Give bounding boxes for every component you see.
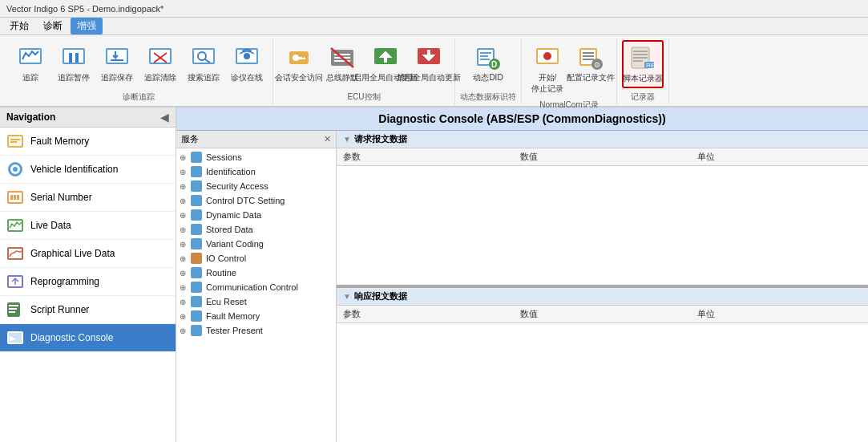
svg-point-64 bbox=[13, 167, 18, 172]
fault-memory-label: Fault Memory bbox=[30, 136, 89, 147]
recorder-buttons: REC 脚本记录器 bbox=[622, 40, 664, 88]
expand-routine: ⊕ bbox=[180, 269, 189, 278]
svg-rect-31 bbox=[384, 58, 387, 63]
request-panel-header: ▼ 请求报文数据 bbox=[337, 131, 868, 148]
tree-item-communication-control[interactable]: ⊕ Communication Control bbox=[176, 280, 336, 294]
toolbar-group-trace: 追踪 追踪暂停 追踪保存 追踪清除 bbox=[5, 39, 273, 104]
expand-io-control: ⊕ bbox=[180, 254, 189, 263]
svg-rect-46 bbox=[583, 52, 594, 54]
svg-rect-68 bbox=[14, 195, 16, 200]
content-body: 服务 ✕ ⊕ Sessions ⊕ Identification bbox=[176, 131, 868, 442]
request-col-unit: 单位 bbox=[691, 148, 868, 166]
variant-coding-icon bbox=[191, 238, 202, 249]
response-panel-header: ▼ 响应报文数据 bbox=[337, 288, 868, 306]
sidebar-item-fault-memory[interactable]: Fault Memory bbox=[0, 128, 176, 156]
toolbar-btn-dynamic-did[interactable]: D 动态DID bbox=[467, 40, 509, 87]
identification-icon bbox=[191, 166, 202, 177]
tree-item-identification[interactable]: ⊕ Identification bbox=[176, 164, 336, 179]
main-layout: Navigation ◀ Fault Memory Vehicle Identi… bbox=[0, 107, 868, 442]
script-runner-icon bbox=[6, 301, 24, 318]
ecu-reset-icon bbox=[191, 296, 202, 307]
request-col-param: 参数 bbox=[337, 148, 514, 166]
sidebar-item-vehicle-id[interactable]: Vehicle Identification bbox=[0, 156, 176, 184]
toolbar-btn-search-trace[interactable]: 搜索追踪 bbox=[183, 40, 224, 87]
enable-auto-update-icon bbox=[371, 43, 400, 72]
tree-item-sessions[interactable]: ⊕ Sessions bbox=[176, 150, 336, 164]
toolbar-btn-trace-save[interactable]: 追踪保存 bbox=[96, 40, 138, 87]
svg-rect-54 bbox=[633, 57, 648, 59]
expand-tester-present: ⊕ bbox=[180, 326, 189, 335]
tree-item-variant-coding[interactable]: ⊕ Variant Coding bbox=[176, 237, 336, 251]
sidebar-item-script-runner[interactable]: Script Runner bbox=[0, 296, 176, 324]
toolbar-btn-disable-auto-update[interactable]: 禁用全局自动更新 bbox=[408, 40, 450, 87]
content-title: Diagnostic Console (ABS/ESP (CommonDiagn… bbox=[176, 107, 868, 131]
tree-item-ecu-reset[interactable]: ⊕ Ecu Reset bbox=[176, 294, 336, 309]
toolbar-btn-start-stop-record[interactable]: 开始/停止记录 bbox=[527, 40, 568, 98]
toolbar-btn-diag-online[interactable]: 诊仪在线 bbox=[226, 40, 268, 87]
script-runner-label: Script Runner bbox=[30, 304, 89, 315]
sidebar-item-serial-number[interactable]: Serial Number bbox=[0, 184, 176, 212]
sessions-label: Sessions bbox=[206, 152, 242, 162]
menu-start[interactable]: 开始 bbox=[3, 18, 35, 34]
sidebar-collapse-btn[interactable]: ◀ bbox=[160, 111, 169, 124]
tree-item-tester-present[interactable]: ⊕ Tester Present bbox=[176, 323, 336, 338]
menu-bar: 开始 诊断 增强 bbox=[0, 18, 868, 35]
expand-stored-data: ⊕ bbox=[180, 225, 189, 234]
script-recorder-icon: REC bbox=[628, 44, 657, 73]
response-panel: ▼ 响应报文数据 参数 数值 单位 bbox=[337, 286, 868, 442]
svg-rect-10 bbox=[151, 50, 170, 63]
config-record-icon: ⚙ bbox=[576, 43, 605, 72]
control-dtc-icon bbox=[191, 195, 202, 206]
tree-item-fault-memory[interactable]: ⊕ Fault Memory bbox=[176, 309, 336, 323]
live-data-icon bbox=[6, 217, 24, 234]
response-col-unit: 单位 bbox=[691, 306, 868, 323]
menu-diag[interactable]: 诊断 bbox=[37, 18, 69, 34]
expand-variant: ⊕ bbox=[180, 240, 189, 249]
tree-item-security-access[interactable]: ⊕ Security Access bbox=[176, 179, 336, 193]
sidebar-item-live-data[interactable]: Live Data bbox=[0, 212, 176, 240]
toolbar-btn-session-access[interactable]: 会话安全访问 bbox=[278, 40, 320, 87]
identification-label: Identification bbox=[206, 167, 256, 176]
expand-identification: ⊕ bbox=[180, 168, 189, 176]
sidebar: Navigation ◀ Fault Memory Vehicle Identi… bbox=[0, 107, 176, 442]
menu-enhanced[interactable]: 增强 bbox=[71, 18, 103, 34]
expand-comm-control: ⊕ bbox=[180, 283, 189, 292]
toolbar-btn-config-record[interactable]: ⚙ 配置记录文件 bbox=[570, 40, 612, 87]
sidebar-item-diagnostic-console[interactable]: ▶ Diagnostic Console bbox=[0, 324, 176, 352]
svg-rect-22 bbox=[297, 57, 305, 59]
svg-text:D: D bbox=[491, 60, 497, 69]
tree-item-routine[interactable]: ⊕ Routine bbox=[176, 266, 336, 280]
expand-control-dtc: ⊕ bbox=[180, 197, 189, 205]
trace-pause-icon bbox=[59, 43, 88, 72]
dynamic-data-icon bbox=[191, 209, 202, 221]
tree-close-btn[interactable]: ✕ bbox=[324, 134, 331, 144]
tree-item-dynamic-data[interactable]: ⊕ Dynamic Data bbox=[176, 208, 336, 222]
tree-item-stored-data[interactable]: ⊕ Stored Data bbox=[176, 222, 336, 237]
svg-rect-79 bbox=[9, 311, 15, 313]
request-panel: ▼ 请求报文数据 参数 数值 单位 bbox=[337, 131, 868, 286]
diagnostic-console-icon: ▶ bbox=[6, 329, 24, 347]
toolbar: 追踪 追踪暂停 追踪保存 追踪清除 bbox=[0, 35, 868, 107]
expand-security: ⊕ bbox=[180, 182, 189, 191]
io-control-label: IO Control bbox=[206, 253, 246, 263]
toolbar-group-normalcom: 开始/停止记录 ⚙ 配置记录文件 NormalCom记录 bbox=[522, 39, 617, 104]
panel-collapse-icon: ▼ bbox=[343, 135, 351, 144]
tester-present-icon bbox=[191, 325, 202, 336]
sidebar-item-graphical-live[interactable]: Graphical Live Data bbox=[0, 240, 176, 268]
toolbar-btn-trace-clear[interactable]: 追踪清除 bbox=[139, 40, 181, 87]
request-panel-title: 请求报文数据 bbox=[354, 133, 407, 145]
tree-item-io-control[interactable]: ⊕ IO Control bbox=[176, 251, 336, 266]
toolbar-btn-trace[interactable]: 追踪 bbox=[10, 40, 51, 87]
tree-panel-header: 服务 ✕ bbox=[176, 131, 336, 148]
svg-rect-69 bbox=[17, 195, 19, 200]
toolbar-btn-script-recorder[interactable]: REC 脚本记录器 bbox=[622, 40, 664, 88]
sidebar-header: Navigation ◀ bbox=[0, 107, 176, 128]
toolbar-btn-trace-pause[interactable]: 追踪暂停 bbox=[53, 40, 95, 87]
sidebar-item-reprogramming[interactable]: Reprogramming bbox=[0, 268, 176, 296]
trace-group-label: 诊断追踪 bbox=[123, 90, 155, 103]
sessions-icon bbox=[191, 152, 202, 163]
session-access-label: 会话安全访问 bbox=[275, 72, 323, 83]
variant-coding-label: Variant Coding bbox=[206, 239, 264, 249]
sidebar-title: Navigation bbox=[6, 112, 55, 123]
tree-item-control-dtc[interactable]: ⊕ Control DTC Setting bbox=[176, 193, 336, 208]
